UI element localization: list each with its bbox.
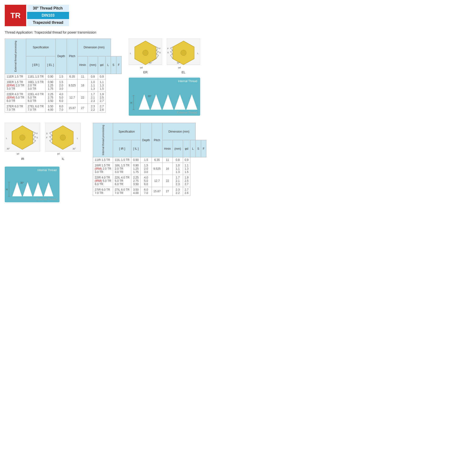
bottom-section: L F S 30° φd IR L S F: [5, 123, 248, 202]
svg-text:H: H: [130, 102, 132, 104]
er-header: [ ER ]: [26, 56, 46, 74]
bottom-s-header: S: [195, 140, 201, 157]
table-row: 22: [162, 175, 172, 187]
svg-marker-25: [174, 94, 186, 111]
svg-text:30°: 30°: [7, 148, 10, 150]
table-row: 11ER 1.5 TR: [5, 74, 26, 79]
svg-marker-50: [22, 182, 33, 198]
table-row: 16IR 1.5 TR(IRM) 2.0 TR3.0 TR: [93, 163, 113, 175]
svg-text:30°: 30°: [177, 62, 180, 64]
trap-label: Trapezoid thread: [27, 19, 69, 26]
bottom-phid-header: φd: [183, 140, 190, 157]
svg-text:F: F: [36, 132, 38, 135]
table-row: 1.52.03.0: [56, 79, 67, 91]
ir-header: [ IR ]: [113, 140, 131, 157]
svg-point-2: [143, 50, 148, 56]
table-row: 3.504.00: [46, 103, 56, 112]
table-row: 0.9: [98, 74, 106, 79]
table-row: 0.90: [46, 74, 56, 79]
svg-text:H: H: [6, 188, 8, 191]
internal-thread-label-top: Internal Thread: [178, 80, 197, 83]
ir-diagram-svg: L F S 30° φd: [5, 123, 40, 156]
svg-marker-26: [186, 94, 198, 111]
table-row: 16IL 1.5 TR2.0 TR3.0 TR: [113, 163, 131, 175]
table-row: 16EL 1.5 TR2.0 TR3.0 TR: [26, 79, 46, 91]
table-row: 1.92.52.7: [183, 175, 190, 187]
pitch-mm-header: (mm): [88, 56, 98, 74]
header-info: 30° Thread Pitch DIN103 Trapezoid thread: [27, 5, 69, 26]
bottom-f-header: F: [201, 140, 206, 157]
table-row: 2.252.753.50: [46, 91, 56, 103]
svg-text:30°: 30°: [148, 95, 151, 98]
table-row: 9.525: [67, 79, 78, 91]
table-row: 0.9: [183, 157, 190, 163]
bottom-dim-header: Dimension (mm): [162, 123, 195, 140]
table-row: 1.72.12.3: [172, 175, 183, 187]
table-row: 0.8: [88, 74, 98, 79]
svg-text:L: L: [197, 52, 199, 54]
table-row: 1.52.03.0: [140, 163, 152, 175]
thread-application: Thread Application: Trapezoidal thread f…: [5, 31, 248, 34]
bottom-pitch-header: Pitch: [152, 123, 162, 157]
table-row: 2.72.6: [183, 187, 190, 196]
il-diagram-svg: L S F 30° φd: [45, 123, 81, 156]
svg-text:φd: φd: [17, 153, 19, 155]
table-row: 16: [162, 163, 172, 175]
bottom-l-header: L: [190, 140, 196, 157]
table-row: 2.32.2: [88, 103, 98, 112]
table-row: 22EL 4.0 TR5.0 TR6.0 TR: [26, 91, 46, 103]
spec-header: Specification: [26, 39, 55, 56]
svg-text:30°: 30°: [20, 182, 24, 184]
table-row: 1.92.52.7: [98, 91, 106, 103]
table-row: 2.32.2: [172, 187, 183, 196]
el-header: [ EL ]: [46, 56, 56, 74]
el-label: EL: [182, 70, 186, 74]
dim-header: Dimension (mm): [78, 39, 111, 56]
bottom-app-header: Internal thread processing: [93, 123, 113, 157]
il-diagram-box: L S F 30° φd IL: [45, 123, 81, 161]
external-thread-label-top: External Thread: [177, 111, 197, 114]
table-row: 0.901.251.75: [46, 79, 56, 91]
svg-text:S: S: [159, 51, 161, 54]
table-row: 11: [162, 157, 172, 163]
bottom-depth-header: Depth: [140, 123, 152, 157]
table-row: 27: [162, 187, 172, 196]
table-row: 1.5: [56, 74, 67, 79]
svg-text:F: F: [46, 136, 48, 139]
il-label: IL: [62, 157, 65, 161]
thread-cross-section-top: Internal Thread H 30°: [129, 78, 210, 116]
svg-text:φd: φd: [57, 153, 60, 155]
table-row: 11IL 1.5 TR: [113, 157, 131, 163]
table-row: 15.87: [152, 187, 162, 196]
svg-text:30°: 30°: [73, 148, 76, 150]
svg-text:L: L: [77, 137, 78, 139]
table-row: 0.90: [131, 157, 140, 163]
bottom-pitch-mm-header: (mm): [172, 140, 183, 157]
f-header: F: [116, 56, 121, 74]
table-row: 6.07.0: [56, 103, 67, 112]
svg-text:30°: 30°: [149, 62, 152, 64]
table-row: 12.7: [152, 175, 162, 187]
svg-marker-51: [33, 182, 43, 198]
table-row: 1.72.12.3: [88, 91, 98, 103]
table-row: 6.35: [67, 74, 78, 79]
thread-section-svg-top: H 30°: [129, 78, 200, 116]
svg-point-11: [181, 50, 186, 56]
external-thread-table: External thread processing Specification…: [5, 38, 122, 113]
svg-text:S: S: [36, 136, 38, 139]
table-row: 4.05.06.0: [140, 175, 152, 187]
svg-marker-49: [12, 182, 22, 198]
page-header: TR 30° Thread Pitch DIN103 Trapezoid thr…: [5, 5, 248, 26]
svg-text:φd: φd: [140, 67, 143, 69]
table-row: 1.5: [140, 157, 152, 163]
table-row: 2.252.753.50: [131, 175, 140, 187]
tr-badge: TR: [5, 5, 26, 26]
din-label: DIN103: [27, 12, 69, 19]
bottom-left: L F S 30° φd IR L S F: [5, 123, 86, 202]
table-row: 0.901.251.75: [131, 163, 140, 175]
table-row: 1.11.31.5: [98, 79, 106, 91]
svg-text:φd: φd: [178, 67, 181, 69]
depth-header: Depth: [56, 39, 67, 74]
l-header: L: [105, 56, 111, 74]
table-row: 22IL 4.0 TR5.0 TR6.0 TR: [113, 175, 131, 187]
